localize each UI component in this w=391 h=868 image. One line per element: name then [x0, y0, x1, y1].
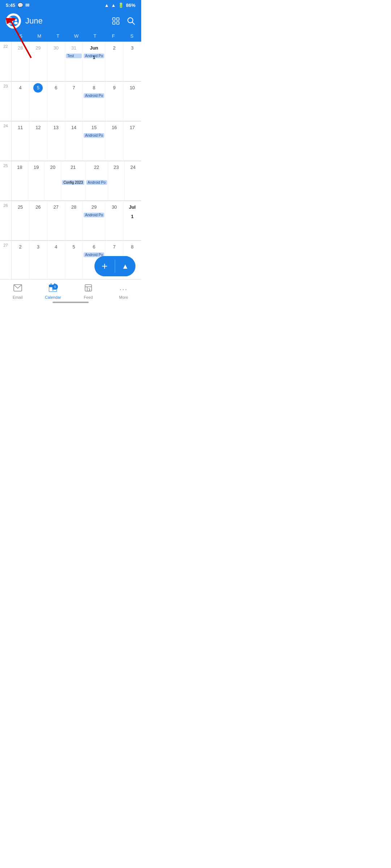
day-20-jun[interactable]: 20 — [45, 161, 61, 200]
day-17-jun[interactable]: 17 — [123, 122, 141, 161]
day-2-jun[interactable]: 2 — [105, 42, 123, 81]
day-num-today: 5 — [33, 83, 43, 93]
week-row-26: 26 25 26 27 28 29 Android Po 30 Jul 1 — [0, 201, 141, 241]
day-10-jun[interactable]: 10 — [123, 82, 141, 121]
day-num: 24 — [128, 163, 138, 172]
grid-view-button[interactable] — [112, 17, 120, 25]
status-left: 5:45 💬 ✉ — [6, 3, 29, 8]
day-num: 20 — [48, 163, 58, 172]
day-29-may[interactable]: 29 — [29, 42, 47, 81]
day-27-jun[interactable]: 27 — [47, 201, 65, 240]
day-headers: S M T W T F S — [0, 32, 141, 42]
email-icon — [13, 284, 22, 294]
week-row-23: 23 4 5 6 7 8 Android Po 9 10 — [0, 81, 141, 121]
fab-add-button[interactable]: + — [94, 256, 115, 276]
day-18-jun[interactable]: 18 — [12, 161, 28, 200]
day-num: Jul 1 — [127, 203, 137, 212]
day-header-sun: S — [12, 33, 30, 39]
day-15-jun[interactable]: 15 Android Po — [83, 122, 105, 161]
svg-point-2 — [14, 22, 18, 24]
day-num: 26 — [33, 203, 43, 212]
day-num: 9 — [110, 83, 119, 93]
event-config-2023[interactable]: Config 2023 — [62, 180, 84, 185]
day-7-jun[interactable]: 7 — [65, 82, 83, 121]
day-num: 6 — [89, 242, 99, 252]
day-num: 11 — [16, 123, 25, 132]
svg-point-7 — [128, 18, 133, 23]
nav-label-feed: Feed — [84, 295, 93, 299]
day-3-jul[interactable]: 3 — [29, 241, 47, 280]
day-28-jun[interactable]: 28 — [65, 201, 83, 240]
svg-rect-6 — [117, 22, 119, 24]
day-12-jun[interactable]: 12 — [29, 122, 47, 161]
day-29-jun[interactable]: 29 Android Po — [83, 201, 105, 240]
fab-scroll-up-button[interactable]: ▲ — [115, 256, 135, 276]
nav-item-feed[interactable]: Feed — [71, 284, 106, 301]
day-26-jun[interactable]: 26 — [29, 201, 47, 240]
day-16-jun[interactable]: 16 — [105, 122, 123, 161]
day-13-jun[interactable]: 13 — [47, 122, 65, 161]
battery-icon: 🔋 — [118, 3, 124, 8]
day-19-jun[interactable]: 19 — [28, 161, 45, 200]
event-android-po[interactable]: Android Po — [86, 180, 107, 185]
day-4-jun[interactable]: 4 — [12, 82, 29, 121]
nav-item-email[interactable]: Email — [0, 284, 35, 301]
day-num: 30 — [51, 43, 61, 53]
day-24-jun[interactable]: 24 — [125, 161, 141, 200]
day-num: 7 — [69, 83, 79, 93]
time: 5:45 — [6, 3, 15, 8]
day-num: 2 — [16, 242, 25, 252]
day-1-jul[interactable]: Jul 1 — [123, 201, 141, 240]
day-1-jun[interactable]: Jun 1 Android Po — [83, 42, 105, 81]
day-14-jun[interactable]: 14 — [65, 122, 83, 161]
day-2-jul[interactable]: 2 — [12, 241, 29, 280]
day-30-jun[interactable]: 30 — [105, 201, 123, 240]
event-test[interactable]: Test — [66, 54, 82, 58]
day-21-jun[interactable]: 21 Config 2023 — [61, 161, 85, 200]
avatar-button[interactable] — [6, 13, 21, 29]
day-8-jun[interactable]: 8 Android Po — [83, 82, 105, 121]
day-header-thu: T — [86, 33, 104, 39]
day-3-jun[interactable]: 3 — [123, 42, 141, 81]
svg-point-1 — [15, 19, 17, 21]
day-num: 12 — [33, 123, 43, 132]
day-25-jun[interactable]: 25 — [12, 201, 29, 240]
home-indicator — [52, 302, 89, 303]
day-4-jul[interactable]: 4 — [47, 241, 65, 280]
nav-item-calendar[interactable]: 5 5 Calendar — [35, 284, 71, 301]
day-6-jun[interactable]: 6 — [47, 82, 65, 121]
svg-rect-20 — [85, 285, 92, 291]
mail-icon: ✉ — [25, 3, 29, 8]
day-11-jun[interactable]: 11 — [12, 122, 29, 161]
day-30-may[interactable]: 30 — [47, 42, 65, 81]
day-num: 28 — [69, 203, 79, 212]
day-header-sat: S — [123, 33, 141, 39]
day-num: 22 — [92, 163, 101, 172]
search-button[interactable] — [127, 17, 135, 25]
day-num: 16 — [110, 123, 119, 132]
day-header-mon: M — [30, 33, 49, 39]
day-22-jun[interactable]: 22 Android Po — [85, 161, 108, 200]
day-header-fri: F — [104, 33, 123, 39]
svg-rect-3 — [113, 18, 115, 20]
event-android-po[interactable]: Android Po — [84, 93, 104, 98]
more-icon: ··· — [119, 285, 128, 293]
day-28-may[interactable]: 28 — [12, 42, 29, 81]
event-android-po[interactable]: Android Po — [84, 133, 104, 138]
battery-level: 86% — [126, 3, 135, 8]
day-31-may[interactable]: 31 Test — [65, 42, 83, 81]
day-num: Jun 1 — [89, 43, 99, 53]
day-5-jul[interactable]: 5 — [65, 241, 83, 280]
nav-label-email: Email — [13, 295, 23, 299]
day-9-jun[interactable]: 9 — [105, 82, 123, 121]
day-23-jun[interactable]: 23 — [108, 161, 125, 200]
day-num: 25 — [16, 203, 25, 212]
nav-item-more[interactable]: ··· More — [106, 284, 142, 301]
wifi-icon: ▲ — [104, 3, 109, 8]
feed-icon — [84, 284, 93, 294]
day-header-tue: T — [49, 33, 67, 39]
day-5-jun[interactable]: 5 — [29, 82, 47, 121]
event-android-po[interactable]: Android Po — [84, 213, 104, 217]
fab-container: + ▲ — [94, 256, 135, 276]
event-android-po[interactable]: Android Po — [84, 54, 104, 58]
